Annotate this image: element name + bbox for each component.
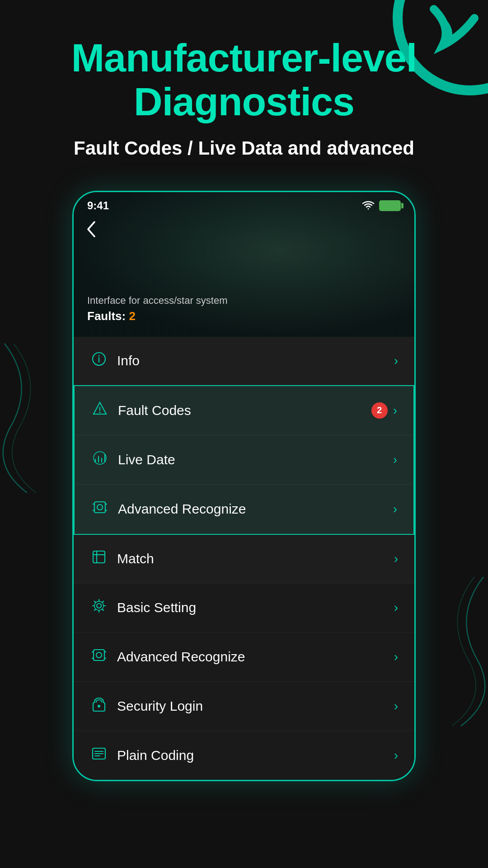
info-icon [90,351,108,370]
status-time: 9:41 [87,199,109,212]
svg-point-31 [97,604,101,608]
back-button[interactable] [84,219,97,243]
svg-point-16 [99,411,101,413]
svg-point-23 [97,505,103,510]
svg-rect-22 [94,502,105,513]
header-title: Manufacturer-level Diagnostics [27,36,461,124]
header: Manufacturer-level Diagnostics Fault Cod… [0,0,488,168]
match-icon [90,549,108,568]
info-chevron: › [394,354,398,368]
menu-item-info[interactable]: Info › [74,337,414,385]
security-login-chevron: › [394,699,398,713]
advanced-recognize-top-chevron: › [393,502,397,516]
deco-curve-right [434,572,488,732]
basic-setting-icon [90,598,108,618]
svg-rect-33 [94,650,104,660]
svg-point-34 [96,652,102,658]
title-line1: Manufacturer-level [71,35,417,80]
security-login-label: Security Login [117,698,203,714]
plain-coding-chevron: › [394,748,398,763]
advanced-recognize-top-icon [91,499,109,519]
title-line2: Diagnostics [134,79,354,124]
basic-setting-chevron: › [394,600,398,615]
plain-coding-icon [90,745,108,765]
menu-item-plain-coding[interactable]: Plain Coding › [74,731,414,780]
deco-curve-left [0,339,54,499]
fault-codes-chevron: › [393,403,397,418]
fault-codes-label: Fault Codes [118,403,191,418]
wifi-icon [362,201,375,211]
faults-label: Faults: 2 [87,309,228,323]
fault-codes-icon [91,401,109,420]
live-date-label: Live Date [118,452,175,467]
live-date-chevron: › [393,453,397,467]
svg-point-21 [94,452,106,464]
status-icons [362,200,401,211]
advanced-recognize-label: Advanced Recognize [117,649,245,665]
svg-point-14 [99,355,100,356]
battery-icon [379,200,401,211]
header-subtitle: Fault Codes / Live Data and advanced [27,137,461,159]
match-label: Match [117,551,154,566]
match-chevron: › [394,552,398,566]
interface-label: Interface for access/star system [87,295,228,307]
plain-coding-label: Plain Coding [117,748,194,763]
svg-point-32 [94,601,103,610]
status-bar: 9:41 [74,192,414,219]
live-date-icon [91,450,109,470]
menu-item-live-date[interactable]: Live Date › [75,435,413,485]
advanced-recognize-chevron: › [394,650,398,664]
info-label: Info [117,353,140,368]
security-login-icon [90,696,108,716]
menu-item-fault-codes[interactable]: Fault Codes 2 › [75,386,413,435]
menu-item-advanced-recognize-highlighted[interactable]: Advanced Recognize › [75,485,413,534]
svg-point-39 [98,705,100,708]
advanced-recognize-icon [90,647,108,667]
basic-setting-label: Basic Setting [117,600,196,615]
phone-mockup: 9:41 [72,191,416,781]
phone-header-text: Interface for access/star system Faults:… [87,295,228,323]
phone-header-image: 9:41 [74,192,414,337]
menu-item-advanced-recognize[interactable]: Advanced Recognize › [74,632,414,682]
fault-codes-badge: 2 [371,402,388,419]
menu-item-security-login[interactable]: Security Login › [74,682,414,731]
advanced-recognize-top-label: Advanced Recognize [118,501,246,517]
menu-item-match[interactable]: Match › [74,535,414,583]
menu-item-basic-setting[interactable]: Basic Setting › [74,583,414,632]
svg-rect-28 [93,551,105,563]
fault-count: 2 [129,309,135,323]
